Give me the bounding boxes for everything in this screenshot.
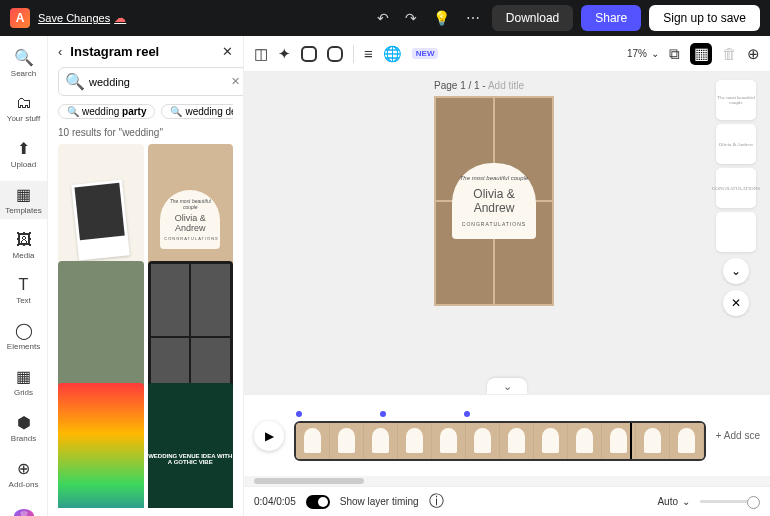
app-logo[interactable]: A: [10, 8, 30, 28]
canvas-subtitle: The most beautiful couple: [456, 175, 532, 181]
grid-view-toggle[interactable]: ▦: [690, 43, 712, 65]
chevron-down-icon: ⌄: [682, 496, 690, 507]
shape-rounded-icon[interactable]: [327, 46, 343, 62]
nav-rail: 🔍Search 🗂Your stuff ⬆Upload ▦Templates 🖼…: [0, 36, 48, 516]
template-card[interactable]: WEDDING VENUE IDEA WITH A GOTHIC VIBE: [148, 383, 234, 508]
search-input[interactable]: [89, 76, 227, 88]
nav-text[interactable]: TText: [0, 272, 47, 309]
canvas-viewport[interactable]: Page 1 / 1 - Add title The most beautifu…: [244, 72, 770, 394]
timeline-zoom-slider[interactable]: [700, 500, 760, 503]
chevron-down-icon: ⌄: [651, 48, 659, 59]
bottom-bar: 0:04/0:05 Show layer timing ⓘ Auto⌄: [244, 486, 770, 516]
nav-upload[interactable]: ⬆Upload: [0, 135, 47, 173]
canvas-congrats: CONGRATULATIONS: [456, 221, 532, 227]
horizontal-scrollbar[interactable]: [244, 476, 770, 486]
template-search-box[interactable]: 🔍 ✕: [58, 67, 244, 96]
layer-thumb[interactable]: The most beautiful couple: [716, 80, 756, 120]
nav-addons[interactable]: ⊕Add-ons: [0, 455, 47, 493]
playhead[interactable]: [630, 421, 632, 461]
timeline-marker[interactable]: [296, 411, 302, 417]
expand-thumbs-icon[interactable]: ⌄: [723, 258, 749, 284]
add-page-icon[interactable]: ⊕: [747, 45, 760, 63]
layer-thumb[interactable]: Olivia & Andrew: [716, 124, 756, 164]
search-icon: 🔍: [65, 72, 85, 91]
layer-timing-toggle[interactable]: [306, 495, 330, 509]
timeline-track[interactable]: 5s: [294, 411, 706, 461]
brands-icon: ⬢: [17, 413, 31, 432]
close-thumbs-icon[interactable]: ✕: [723, 290, 749, 316]
grids-icon: ▦: [16, 367, 31, 386]
add-scene-button[interactable]: + Add sce: [716, 430, 760, 441]
suggestion-chip-wedding-party[interactable]: 🔍wedding party: [58, 104, 155, 119]
text-icon: T: [19, 276, 29, 294]
layer-thumb[interactable]: CONGRATULATIONS: [716, 168, 756, 208]
nav-elements[interactable]: ◯Elements: [0, 317, 47, 355]
premium-icon[interactable]: ♕: [14, 509, 34, 516]
play-button[interactable]: ▶: [254, 421, 284, 451]
clear-search-icon[interactable]: ✕: [231, 75, 240, 88]
canvas-toolbar: ◫ ✦ ≡ 🌐 NEW 17%⌄ ⧉ ▦ 🗑 ⊕: [244, 36, 770, 72]
nav-your-stuff[interactable]: 🗂Your stuff: [0, 90, 47, 127]
media-icon: 🖼: [16, 231, 32, 249]
template-card[interactable]: Let's Celebrate!: [58, 383, 144, 508]
save-changes-label: Save Changes: [38, 12, 110, 24]
panel-back-icon[interactable]: ‹: [58, 44, 62, 59]
addons-icon: ⊕: [17, 459, 30, 478]
page-thumbnails: The most beautiful couple Olivia & Andre…: [716, 80, 756, 316]
layers-icon[interactable]: ◫: [254, 45, 268, 63]
folder-icon: 🗂: [16, 94, 32, 112]
copy-icon[interactable]: ⧉: [669, 45, 680, 63]
add-title-placeholder[interactable]: Add title: [488, 80, 524, 91]
share-button[interactable]: Share: [581, 5, 641, 31]
expand-timeline-tab[interactable]: ⌄: [487, 378, 527, 394]
templates-icon: ▦: [16, 185, 31, 204]
templates-grid: The most beautiful couple Olivia & Andre…: [58, 144, 233, 508]
panel-close-icon[interactable]: ✕: [222, 44, 233, 59]
results-count: 10 results for "wedding": [58, 127, 233, 138]
more-icon[interactable]: ⋯: [462, 6, 484, 30]
redo-icon[interactable]: ↷: [401, 6, 421, 30]
canvas-page[interactable]: The most beautiful couple Olivia & Andre…: [434, 96, 554, 306]
elements-icon: ◯: [15, 321, 33, 340]
save-changes-link[interactable]: Save Changes ☁: [38, 11, 126, 25]
effects-icon[interactable]: ✦: [278, 45, 291, 63]
signup-button[interactable]: Sign up to save: [649, 5, 760, 31]
canvas-area: ◫ ✦ ≡ 🌐 NEW 17%⌄ ⧉ ▦ 🗑 ⊕ Page 1 / 1 - Ad…: [244, 36, 770, 516]
tips-icon[interactable]: 💡: [429, 6, 454, 30]
timeline-marker[interactable]: [380, 411, 386, 417]
nav-grids[interactable]: ▦Grids: [0, 363, 47, 401]
delete-icon[interactable]: 🗑: [722, 45, 737, 62]
cloud-sync-icon: ☁: [114, 11, 126, 25]
nav-media[interactable]: 🖼Media: [0, 227, 47, 264]
undo-icon[interactable]: ↶: [373, 6, 393, 30]
page-label[interactable]: Page 1 / 1 - Add title: [434, 80, 524, 91]
nav-brands[interactable]: ⬢Brands: [0, 409, 47, 447]
timeline: ▶ 5s + Add sce: [244, 394, 770, 476]
align-icon[interactable]: ≡: [364, 45, 373, 62]
upload-icon: ⬆: [17, 139, 30, 158]
info-icon[interactable]: ⓘ: [429, 492, 444, 511]
snap-auto-dropdown[interactable]: Auto⌄: [657, 496, 690, 507]
translate-icon[interactable]: 🌐: [383, 45, 402, 63]
shape-square-icon[interactable]: [301, 46, 317, 62]
canvas-names: Olivia & Andrew: [456, 187, 532, 215]
download-button[interactable]: Download: [492, 5, 573, 31]
templates-panel: ‹ Instagram reel ✕ 🔍 ✕ ⚙ 2 🔍wedding part…: [48, 36, 244, 516]
layer-thumb[interactable]: [716, 212, 756, 252]
nav-search[interactable]: 🔍Search: [0, 44, 47, 82]
search-icon: 🔍: [14, 48, 34, 67]
top-bar: A Save Changes ☁ ↶ ↷ 💡 ⋯ Download Share …: [0, 0, 770, 36]
suggestion-chip-wedding-de[interactable]: 🔍wedding de: [161, 104, 233, 119]
nav-templates[interactable]: ▦Templates: [0, 181, 47, 219]
playback-time: 0:04/0:05: [254, 496, 296, 507]
layer-timing-label: Show layer timing: [340, 496, 419, 507]
panel-title: Instagram reel: [70, 44, 214, 59]
new-badge: NEW: [412, 48, 439, 59]
zoom-dropdown[interactable]: 17%⌄: [627, 48, 659, 59]
timeline-marker[interactable]: [464, 411, 470, 417]
clip-strip[interactable]: 5s: [294, 421, 706, 461]
